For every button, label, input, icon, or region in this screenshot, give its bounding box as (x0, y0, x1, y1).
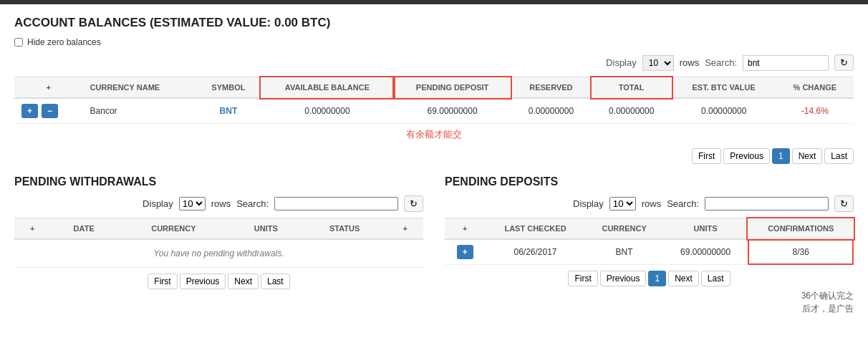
d-refresh-icon: ↻ (840, 198, 848, 209)
col-plus: + (14, 77, 83, 99)
col-available-balance: AVAILABLE BALANCE (261, 77, 394, 99)
refresh-icon: ↻ (840, 57, 848, 68)
withdrawals-pagination: First Previous Next Last (14, 274, 423, 289)
col-pending-deposit: PENDING DEPOSIT (394, 77, 511, 99)
w-next[interactable]: Next (228, 274, 259, 289)
d-page-1[interactable]: 1 (648, 271, 666, 286)
w-col-date: DATE (50, 218, 117, 240)
table-row: + − Bancor BNT 0.00000000 69.00000000 0.… (14, 98, 854, 124)
w-last[interactable]: Last (261, 274, 290, 289)
last-button[interactable]: Last (824, 148, 854, 164)
refresh-button[interactable]: ↻ (834, 54, 854, 71)
withdrawals-table: + DATE CURRENCY UNITS STATUS + You have … (14, 218, 423, 268)
balances-table: + CURRENCY NAME SYMBOL AVAILABLE BALANCE… (14, 77, 854, 124)
pending-withdrawals-section: PENDING WITHDRAWALS Display 10 rows Sear… (14, 175, 423, 315)
balances-pagination: First Previous 1 Next Last (14, 148, 854, 164)
d-refresh-button[interactable]: ↻ (834, 195, 854, 212)
d-rows-label: rows (642, 198, 661, 209)
pending-deposit-cell: 69.00000000 (394, 98, 511, 124)
d-col-units: UNITS (663, 218, 748, 240)
btn-group: + − (21, 104, 76, 118)
w-refresh-button[interactable]: ↻ (404, 195, 423, 212)
deposits-title: PENDING DEPOSITS (445, 175, 854, 188)
reserved-cell: 0.00000000 (511, 98, 591, 124)
annotation-line2: 后才，是广告 (802, 304, 854, 314)
remove-button[interactable]: − (42, 104, 58, 118)
w-refresh-icon: ↻ (410, 198, 418, 209)
search-input[interactable] (743, 55, 829, 71)
deposits-controls: Display 10 rows Search: ↻ (445, 195, 854, 212)
symbol-cell: BNT (196, 98, 261, 124)
w-first[interactable]: First (148, 274, 177, 289)
annotation-text: 有余额才能交 (14, 128, 854, 141)
d-display-label: Display (573, 198, 604, 209)
w-search-label: Search: (236, 198, 269, 209)
available-balance-cell: 0.00000000 (261, 98, 394, 124)
next-button[interactable]: Next (792, 148, 823, 164)
w-col-currency: CURRENCY (117, 218, 230, 240)
w-rows-label: rows (211, 198, 231, 209)
currency-name-cell: Bancor (83, 98, 196, 124)
deposits-header: + LAST CHECKED CURRENCY UNITS CONFIRMATI… (445, 218, 854, 240)
withdrawals-controls: Display 10 rows Search: ↻ (14, 195, 423, 212)
d-col-plus: + (445, 218, 486, 240)
total-cell: 0.00000000 (592, 98, 672, 124)
d-display-select[interactable]: 10 (609, 197, 636, 211)
previous-button[interactable]: Previous (723, 148, 770, 164)
account-balances-title: ACCOUNT BALANCES (ESTIMATED VALUE: 0.00 … (14, 16, 854, 30)
deposits-pagination: First Previous 1 Next Last (445, 271, 854, 286)
add-button[interactable]: + (21, 104, 38, 118)
pending-deposits-section: PENDING DEPOSITS Display 10 rows Search:… (445, 175, 854, 315)
col-currency-name: CURRENCY NAME (83, 77, 196, 99)
withdrawals-title: PENDING WITHDRAWALS (14, 175, 423, 188)
hide-zero-checkbox[interactable] (14, 38, 23, 47)
page-1-button[interactable]: 1 (772, 148, 790, 164)
deposits-annotation: 36个确认完之 后才，是广告 (445, 289, 854, 315)
col-reserved: RESERVED (511, 77, 591, 99)
main-container: ACCOUNT BALANCES (ESTIMATED VALUE: 0.00 … (0, 4, 868, 326)
withdrawals-header: + DATE CURRENCY UNITS STATUS + (14, 218, 423, 240)
d-next[interactable]: Next (668, 271, 699, 286)
d-col-confirmations: CONFIRMATIONS (748, 218, 854, 240)
d-units-cell: 69.00000000 (663, 239, 748, 265)
d-search-label: Search: (667, 198, 699, 209)
symbol-link[interactable]: BNT (220, 106, 238, 116)
d-col-last-checked: LAST CHECKED (486, 218, 586, 240)
w-display-select[interactable]: 10 (179, 197, 206, 211)
col-est-btc: EST. BTC VALUE (672, 77, 776, 99)
no-data-message: You have no pending withdrawals. (14, 239, 423, 268)
d-confirmations-cell: 8/36 (748, 239, 854, 265)
w-display-label: Display (143, 198, 173, 209)
display-select[interactable]: 10 (642, 55, 674, 71)
w-previous[interactable]: Previous (180, 274, 226, 289)
row-actions: + − (14, 98, 83, 124)
d-search-input[interactable] (705, 197, 829, 211)
d-first[interactable]: First (568, 271, 597, 286)
two-col-section: PENDING WITHDRAWALS Display 10 rows Sear… (14, 175, 854, 315)
hide-zero-row: Hide zero balances (14, 37, 854, 47)
deposit-row: + 06/26/2017 BNT 69.00000000 8/36 (445, 239, 854, 265)
col-total: TOTAL (592, 77, 672, 99)
d-row-action: + (445, 239, 486, 265)
display-label: Display (606, 57, 637, 68)
pct-change-cell: -14.6% (776, 98, 854, 124)
d-last-checked-cell: 06/26/2017 (486, 239, 586, 265)
hide-zero-label: Hide zero balances (27, 37, 101, 47)
balances-header-row: + CURRENCY NAME SYMBOL AVAILABLE BALANCE… (14, 77, 854, 99)
w-col-units: UNITS (230, 218, 302, 240)
w-col-plus2: + (387, 218, 423, 240)
annotation-line1: 36个确认完之 (801, 291, 854, 301)
w-search-input[interactable] (274, 197, 398, 211)
d-currency-cell: BNT (585, 239, 662, 265)
search-label: Search: (705, 57, 737, 68)
w-col-plus: + (14, 218, 50, 240)
d-previous[interactable]: Previous (600, 271, 647, 286)
w-col-status: STATUS (302, 218, 387, 240)
first-button[interactable]: First (692, 148, 721, 164)
w-no-data-row: You have no pending withdrawals. (14, 239, 423, 268)
col-pct-change: % CHANGE (776, 77, 854, 99)
d-add-button[interactable]: + (457, 245, 473, 259)
top-table-controls: Display 10 rows Search: ↻ (14, 54, 854, 71)
d-last[interactable]: Last (701, 271, 730, 286)
col-symbol: SYMBOL (196, 77, 261, 99)
